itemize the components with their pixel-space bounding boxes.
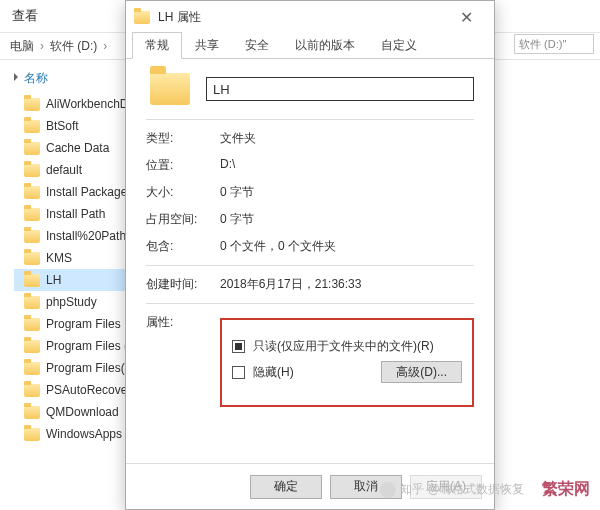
list-item[interactable]: default [14, 159, 130, 181]
list-item-label: Program Files [46, 317, 121, 331]
list-item[interactable]: QMDownload [14, 401, 130, 423]
list-item-label: Install Package [46, 185, 127, 199]
readonly-checkbox[interactable] [232, 340, 245, 353]
folder-icon [24, 296, 40, 309]
divider [146, 265, 474, 266]
column-header-name[interactable]: 名称 [14, 70, 130, 87]
list-item[interactable]: Install Package [14, 181, 130, 203]
value-type: 文件夹 [220, 130, 256, 147]
folder-icon [24, 384, 40, 397]
label-attributes: 属性: [146, 314, 220, 331]
chevron-right-icon: › [103, 39, 107, 53]
folder-icon [24, 340, 40, 353]
list-item-label: KMS [46, 251, 72, 265]
list-item[interactable]: LH [14, 269, 130, 291]
advanced-button[interactable]: 高级(D)... [381, 361, 462, 383]
apply-button[interactable]: 应用(A) [410, 475, 482, 499]
label-size: 大小: [146, 184, 220, 201]
label-size-on-disk: 占用空间: [146, 211, 220, 228]
tab-4[interactable]: 自定义 [368, 32, 430, 59]
divider [146, 303, 474, 304]
dialog-titlebar: LH 属性 ✕ [126, 1, 494, 33]
folder-icon [24, 252, 40, 265]
list-item-label: LH [46, 273, 61, 287]
dialog-tabs: 常规共享安全以前的版本自定义 [126, 33, 494, 59]
dialog-footer: 确定 取消 应用(A) [126, 463, 494, 509]
folder-icon [24, 428, 40, 441]
folder-icon [24, 164, 40, 177]
ok-button[interactable]: 确定 [250, 475, 322, 499]
value-size: 0 字节 [220, 184, 254, 201]
tab-1[interactable]: 共享 [182, 32, 232, 59]
label-location: 位置: [146, 157, 220, 174]
search-input[interactable]: 软件 (D:)" [514, 34, 594, 54]
value-location: D:\ [220, 157, 235, 174]
list-item-label: QMDownload [46, 405, 119, 419]
folder-icon [24, 318, 40, 331]
list-item-label: WindowsApps [46, 427, 122, 441]
folder-icon [24, 362, 40, 375]
list-item[interactable]: phpStudy [14, 291, 130, 313]
label-contains: 包含: [146, 238, 220, 255]
readonly-label: 只读(仅应用于文件夹中的文件)(R) [253, 338, 434, 355]
folder-icon [24, 120, 40, 133]
folder-icon [24, 274, 40, 287]
cancel-button[interactable]: 取消 [330, 475, 402, 499]
hidden-label: 隐藏(H) [253, 364, 294, 381]
list-item-label: Install%20Path [46, 229, 126, 243]
list-item[interactable]: Program Files [14, 313, 130, 335]
list-item[interactable]: Cache Data [14, 137, 130, 159]
hidden-checkbox[interactable] [232, 366, 245, 379]
folder-icon [134, 11, 150, 24]
folder-icon [24, 142, 40, 155]
label-type: 类型: [146, 130, 220, 147]
list-item-label: Program Files(x86 [46, 361, 130, 375]
folder-icon [24, 208, 40, 221]
list-item-label: phpStudy [46, 295, 97, 309]
list-item-label: Program Files (x8 [46, 339, 130, 353]
folder-icon [24, 406, 40, 419]
value-size-on-disk: 0 字节 [220, 211, 254, 228]
breadcrumb-seg[interactable]: 软件 (D:) [50, 38, 97, 55]
list-item-label: default [46, 163, 82, 177]
folder-icon [24, 186, 40, 199]
list-item-label: Install Path [46, 207, 105, 221]
list-item[interactable]: WindowsApps [14, 423, 130, 445]
list-item[interactable]: Program Files(x86 [14, 357, 130, 379]
list-item[interactable]: AliWorkbenchDat [14, 93, 130, 115]
attributes-highlight-box: 只读(仅应用于文件夹中的文件)(R) 隐藏(H) 高级(D)... [220, 318, 474, 407]
list-item[interactable]: Install%20Path [14, 225, 130, 247]
folder-name-input[interactable]: LH [206, 77, 474, 101]
list-item-label: AliWorkbenchDat [46, 97, 130, 111]
breadcrumb-seg[interactable]: 电脑 [10, 38, 34, 55]
list-item[interactable]: BtSoft [14, 115, 130, 137]
list-item[interactable]: PSAutoRecover [14, 379, 130, 401]
value-created: 2018年6月17日，21:36:33 [220, 276, 361, 293]
chevron-right-icon: › [40, 39, 44, 53]
list-item[interactable]: Install Path [14, 203, 130, 225]
list-item-label: Cache Data [46, 141, 109, 155]
dialog-title: LH 属性 [158, 9, 201, 26]
value-contains: 0 个文件，0 个文件夹 [220, 238, 336, 255]
tab-2[interactable]: 安全 [232, 32, 282, 59]
label-created: 创建时间: [146, 276, 220, 293]
list-item-label: PSAutoRecover [46, 383, 130, 397]
list-item-label: BtSoft [46, 119, 79, 133]
folder-icon [150, 73, 190, 105]
close-button[interactable]: ✕ [446, 3, 486, 31]
list-item[interactable]: Program Files (x8 [14, 335, 130, 357]
tab-3[interactable]: 以前的版本 [282, 32, 368, 59]
divider [146, 119, 474, 120]
folder-icon [24, 98, 40, 111]
file-list: 名称 AliWorkbenchDatBtSoftCache Datadefaul… [0, 60, 130, 510]
properties-dialog: LH 属性 ✕ 常规共享安全以前的版本自定义 LH 类型:文件夹 位置:D:\ … [125, 0, 495, 510]
list-item[interactable]: KMS [14, 247, 130, 269]
tab-0[interactable]: 常规 [132, 32, 182, 59]
folder-icon [24, 230, 40, 243]
